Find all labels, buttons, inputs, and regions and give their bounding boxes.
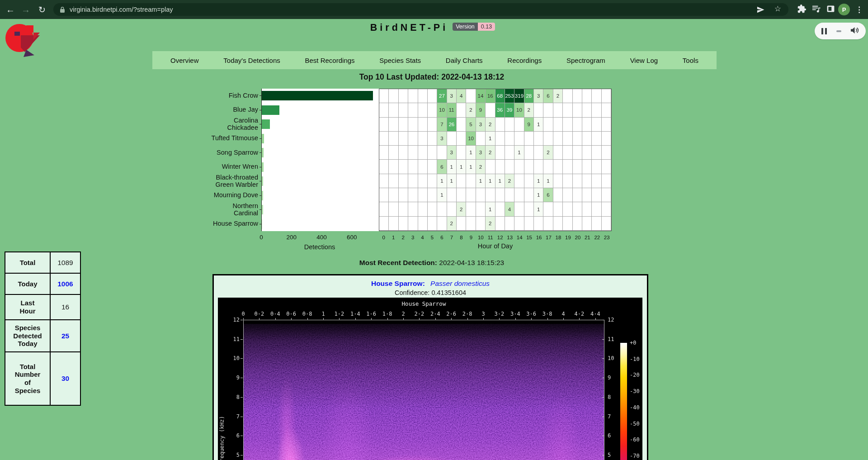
heatmap-cell [592,146,601,160]
spectrogram-time-tickmark [339,318,340,320]
extensions-puzzle-icon[interactable] [797,4,807,15]
frequency-axis-label: Frequency (kHz) [219,338,225,460]
bar-axis-tick: 600 [347,234,357,241]
heatmap-cell: 253 [505,89,514,103]
bookmark-star-icon[interactable]: ☆ [774,4,781,14]
nav-item-tools[interactable]: Tools [683,57,698,64]
hour-axis-tick: 4 [418,235,427,240]
nav-item-best-recordings[interactable]: Best Recordings [305,57,355,64]
heatmap-cell: 1 [486,174,495,188]
nav-item-daily-charts[interactable]: Daily Charts [446,57,483,64]
bar-axis-tick: 200 [286,234,297,241]
address-bar[interactable]: virginia.birdnetpi.com/?stream=play ☆ [53,3,788,16]
heatmap-cell [466,174,476,188]
url-text[interactable]: virginia.birdnetpi.com/?stream=play [70,6,173,13]
heatmap-cell [399,217,408,231]
spectrogram-time-tickmark [451,318,452,320]
heatmap-cell [582,188,592,202]
heatmap-cell: 1 [447,174,457,188]
heatmap-cell [408,103,418,117]
heatmap-cell: 1 [486,132,495,146]
nav-item-spectrogram[interactable]: Spectrogram [566,57,605,64]
hour-axis-tick: 10 [476,235,486,240]
heatmap-cell [514,174,524,188]
heatmap-cell [514,118,524,132]
stats-label: Species Detected Today [5,320,51,351]
nav-item-species-stats[interactable]: Species Stats [379,57,421,64]
hourly-heatmap: 2734141668253319283621011293639102726532… [379,89,612,231]
spectrogram-time-tickmark [499,318,500,320]
heatmap-cell [457,132,466,146]
heatmap-cell [389,188,398,202]
hour-axis-tick: 9 [466,235,476,240]
nav-item-recordings[interactable]: Recordings [507,57,542,64]
heatmap-cell [524,188,534,202]
hour-axis-tick: 8 [457,235,466,240]
spectrogram-freq-tick-right: 11 [608,336,621,342]
back-icon[interactable]: ← [3,0,18,19]
heatmap-cell [573,146,582,160]
heatmap-cell [553,202,563,216]
stats-value-link[interactable]: 25 [51,320,80,351]
heatmap-cell: 1 [447,160,457,174]
heatmap-cell [592,217,601,231]
heatmap-cell: 1 [457,160,466,174]
heatmap-cell [428,118,437,132]
species-row: Blue Jay [177,103,261,118]
heatmap-cell [505,160,514,174]
heatmap-cell [408,217,418,231]
media-controls-icon[interactable] [811,5,821,15]
stats-value-link[interactable]: 30 [51,352,80,405]
heatmap-cell [408,118,418,132]
heatmap-cell: 1 [437,174,447,188]
nav-item-view-log[interactable]: View Log [630,57,658,64]
detection-species-link[interactable]: House Sparrow: [371,280,425,287]
bar-row [262,146,377,160]
send-icon[interactable] [756,5,765,16]
detection-scientific-name[interactable]: Passer domesticus [430,280,490,287]
stats-value-link[interactable]: 1006 [51,274,80,294]
heatmap-cell [379,103,389,117]
stats-label: Total [5,252,51,273]
bar-chart-x-axis: 0200400600 [261,234,378,241]
heatmap-cell: 3 [534,89,543,103]
heatmap-cell: 6 [543,188,553,202]
heatmap-cell [592,202,601,216]
forward-icon[interactable]: → [18,0,33,19]
spectrogram-time-tickmark [243,318,244,320]
spectrogram-time-tick: 2 [401,311,405,317]
side-panel-icon[interactable] [826,4,835,15]
spectrogram-time-tick: 0·8 [302,311,312,317]
heatmap-cell: 7 [437,118,447,132]
heatmap-cell: 1 [534,188,543,202]
stats-table: Total1089Today1006Last Hour16Species Det… [5,251,81,406]
heatmap-cell [563,174,572,188]
reload-icon[interactable]: ↻ [34,0,50,19]
bar-row [262,132,377,146]
heatmap-cell [514,132,524,146]
spectrogram-topband [244,320,604,324]
profile-avatar[interactable]: P [838,4,850,15]
heatmap-cell [408,188,418,202]
nav-item-today-s-detections[interactable]: Today's Detections [223,57,280,64]
heatmap-cell [486,188,495,202]
stats-row: Last Hour16 [5,295,80,320]
heatmap-cell [602,103,611,117]
colorbar-tick: -30 [630,388,640,394]
species-row: Tufted Titmouse [177,132,261,146]
heatmap-cell [592,89,601,103]
browser-menu-icon[interactable]: ⋮ [855,0,863,19]
heatmap-cell [592,188,601,202]
heatmap-cell [553,174,563,188]
detections-bar-chart [262,89,377,231]
spectrogram-time-tickmark [547,318,548,320]
nav-item-overview[interactable]: Overview [170,57,199,64]
bar-row [262,89,377,103]
heatmap-cell: 1 [466,146,476,160]
chart-title: Top 10 Last Updated: 2022-04-13 18:12 [217,72,646,82]
heatmap-cell [553,103,563,117]
page-header: BirdNET-Pi Version 0.13 [0,22,865,33]
heatmap-cell [573,160,582,174]
heatmap-cell: 1 [534,202,543,216]
heatmap-cell [418,89,428,103]
